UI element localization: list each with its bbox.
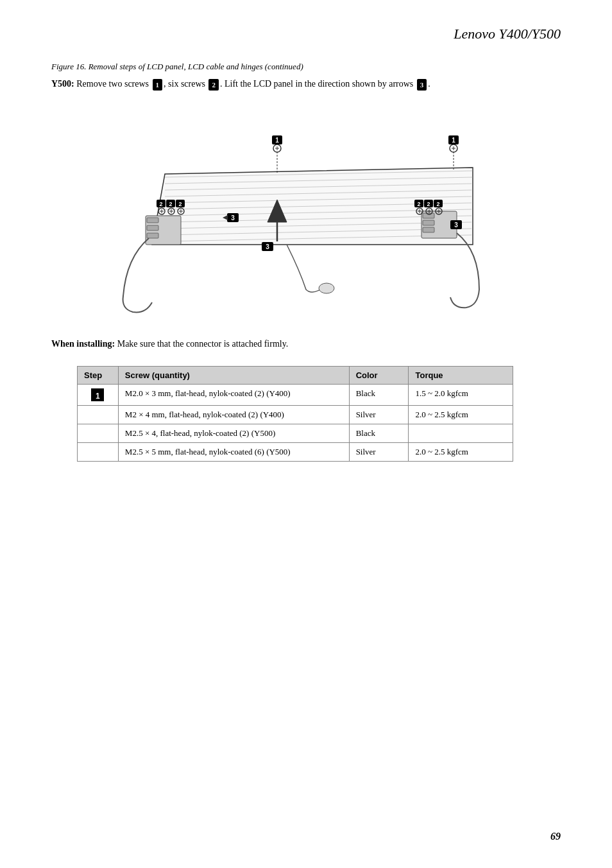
table-cell-torque bbox=[409, 424, 513, 443]
svg-text:2: 2 bbox=[178, 201, 182, 207]
table-cell-torque: 2.0 ~ 2.5 kgfcm bbox=[409, 443, 513, 462]
when-installing-body: Make sure that the connector is attached… bbox=[115, 339, 288, 349]
table-cell-color: Black bbox=[349, 385, 409, 406]
table-cell-color: Silver bbox=[349, 443, 409, 462]
table-cell-screw: M2.0 × 3 mm, flat-head, nylok-coated (2)… bbox=[118, 385, 349, 406]
badge-2: 2 bbox=[208, 79, 219, 91]
instruction-text: Y500: Remove two screws 1, six screws 2.… bbox=[51, 77, 561, 91]
svg-text:2: 2 bbox=[427, 201, 430, 207]
svg-text:2: 2 bbox=[159, 201, 162, 207]
table-row: 1M2.0 × 3 mm, flat-head, nylok-coated (2… bbox=[78, 385, 513, 406]
table-cell-screw: M2.5 × 5 mm, flat-head, nylok-coated (6)… bbox=[118, 443, 349, 462]
model-label: Y500: bbox=[51, 79, 74, 89]
table-cell-torque: 1.5 ~ 2.0 kgfcm bbox=[409, 385, 513, 406]
page-number: 69 bbox=[550, 831, 561, 842]
when-installing-text: When installing: Make sure that the conn… bbox=[51, 337, 561, 351]
svg-text:2: 2 bbox=[417, 201, 420, 207]
svg-rect-18 bbox=[423, 220, 434, 225]
table-cell-screw: M2.5 × 4, flat-head, nylok-coated (2) (Y… bbox=[118, 424, 349, 443]
table-cell-step: 1 bbox=[78, 385, 119, 406]
svg-rect-15 bbox=[147, 233, 158, 238]
svg-rect-13 bbox=[147, 218, 158, 223]
table-cell-torque: 2.0 ~ 2.5 kgfcm bbox=[409, 406, 513, 424]
svg-text:1: 1 bbox=[452, 137, 455, 144]
table-cell-step bbox=[78, 406, 119, 424]
table-header-screw: Screw (quantity) bbox=[118, 367, 349, 385]
table-row: M2.5 × 5 mm, flat-head, nylok-coated (6)… bbox=[78, 443, 513, 462]
table-cell-color: Black bbox=[349, 424, 409, 443]
table-header-torque: Torque bbox=[409, 367, 513, 385]
figure-caption: Figure 16. Removal steps of LCD panel, L… bbox=[51, 62, 561, 72]
badge-1: 1 bbox=[153, 79, 163, 91]
badge-3: 3 bbox=[417, 79, 427, 91]
table-cell-step bbox=[78, 443, 119, 462]
table-cell-screw: M2 × 4 mm, flat-head, nylok-coated (2) (… bbox=[118, 406, 349, 424]
table-header-color: Color bbox=[349, 367, 409, 385]
page: Lenovo Y400/Y500 Figure 16. Removal step… bbox=[0, 0, 612, 868]
table-row: M2.5 × 4, flat-head, nylok-coated (2) (Y… bbox=[78, 424, 513, 443]
page-title: Lenovo Y400/Y500 bbox=[51, 26, 561, 42]
table-cell-color: Silver bbox=[349, 406, 409, 424]
svg-text:1: 1 bbox=[275, 137, 279, 144]
when-installing-label: When installing: bbox=[51, 339, 115, 349]
table-row: M2 × 4 mm, flat-head, nylok-coated (2) (… bbox=[78, 406, 513, 424]
lcd-removal-diagram: 3 1 1 bbox=[107, 103, 505, 322]
svg-text:3: 3 bbox=[266, 243, 269, 250]
svg-point-20 bbox=[319, 283, 334, 293]
svg-text:2: 2 bbox=[169, 201, 172, 207]
svg-text:2: 2 bbox=[436, 201, 439, 207]
svg-text:3: 3 bbox=[231, 214, 235, 221]
svg-rect-19 bbox=[423, 227, 434, 232]
screw-table: Step Screw (quantity) Color Torque 1M2.0… bbox=[77, 366, 513, 462]
svg-rect-14 bbox=[147, 225, 158, 230]
svg-text:3: 3 bbox=[454, 221, 458, 229]
diagram-container: 3 1 1 bbox=[51, 103, 561, 322]
table-header-step: Step bbox=[78, 367, 119, 385]
table-cell-step bbox=[78, 424, 119, 443]
